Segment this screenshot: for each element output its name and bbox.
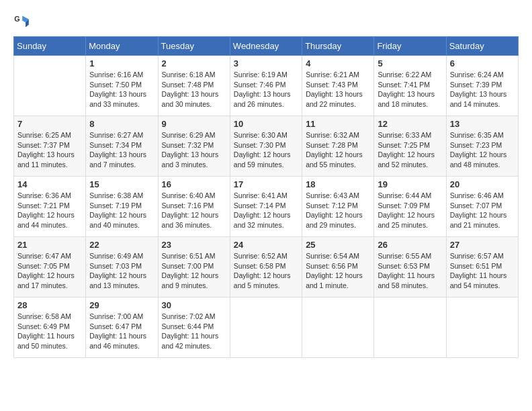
calendar-week-row: 14Sunrise: 6:36 AM Sunset: 7:21 PM Dayli… xyxy=(14,177,519,237)
calendar-week-row: 28Sunrise: 6:58 AM Sunset: 6:49 PM Dayli… xyxy=(14,298,519,358)
calendar-cell: 20Sunrise: 6:46 AM Sunset: 7:07 PM Dayli… xyxy=(446,177,518,237)
calendar-cell: 16Sunrise: 6:40 AM Sunset: 7:16 PM Dayli… xyxy=(158,177,230,237)
day-number: 6 xyxy=(450,58,515,68)
day-info: Sunrise: 6:40 AM Sunset: 7:16 PM Dayligh… xyxy=(162,191,226,230)
day-number: 3 xyxy=(234,58,298,68)
header-day: Friday xyxy=(374,37,446,56)
calendar-body: 1Sunrise: 6:16 AM Sunset: 7:50 PM Daylig… xyxy=(14,56,519,358)
day-number: 7 xyxy=(17,119,82,129)
calendar-cell: 21Sunrise: 6:47 AM Sunset: 7:05 PM Dayli… xyxy=(14,237,86,298)
day-info: Sunrise: 6:41 AM Sunset: 7:14 PM Dayligh… xyxy=(234,191,298,230)
calendar-week-row: 1Sunrise: 6:16 AM Sunset: 7:50 PM Daylig… xyxy=(14,56,519,116)
day-number: 11 xyxy=(306,119,370,129)
calendar-cell: 3Sunrise: 6:19 AM Sunset: 7:46 PM Daylig… xyxy=(230,56,302,116)
day-info: Sunrise: 6:30 AM Sunset: 7:30 PM Dayligh… xyxy=(234,130,298,170)
calendar-cell xyxy=(446,298,518,358)
logo-icon: G xyxy=(13,13,30,30)
day-info: Sunrise: 6:57 AM Sunset: 6:51 PM Dayligh… xyxy=(450,251,515,291)
day-info: Sunrise: 6:44 AM Sunset: 7:09 PM Dayligh… xyxy=(378,191,442,230)
calendar-week-row: 21Sunrise: 6:47 AM Sunset: 7:05 PM Dayli… xyxy=(14,237,519,298)
day-number: 1 xyxy=(89,58,154,68)
calendar-cell: 26Sunrise: 6:55 AM Sunset: 6:53 PM Dayli… xyxy=(374,237,446,298)
day-number: 21 xyxy=(17,240,82,250)
calendar-cell xyxy=(230,298,302,358)
day-info: Sunrise: 6:54 AM Sunset: 6:56 PM Dayligh… xyxy=(306,251,370,291)
day-number: 23 xyxy=(162,240,226,250)
calendar-cell xyxy=(374,298,446,358)
calendar-cell: 14Sunrise: 6:36 AM Sunset: 7:21 PM Dayli… xyxy=(14,177,86,237)
calendar-cell: 28Sunrise: 6:58 AM Sunset: 6:49 PM Dayli… xyxy=(14,298,86,358)
day-number: 15 xyxy=(89,179,154,189)
header-day: Thursday xyxy=(302,37,374,56)
day-info: Sunrise: 6:16 AM Sunset: 7:50 PM Dayligh… xyxy=(89,70,154,109)
day-info: Sunrise: 7:02 AM Sunset: 6:44 PM Dayligh… xyxy=(162,312,226,351)
day-number: 4 xyxy=(306,58,370,68)
calendar-cell xyxy=(302,298,374,358)
calendar-cell: 17Sunrise: 6:41 AM Sunset: 7:14 PM Dayli… xyxy=(230,177,302,237)
calendar-cell: 19Sunrise: 6:44 AM Sunset: 7:09 PM Dayli… xyxy=(374,177,446,237)
day-info: Sunrise: 6:55 AM Sunset: 6:53 PM Dayligh… xyxy=(378,251,442,291)
day-info: Sunrise: 6:35 AM Sunset: 7:23 PM Dayligh… xyxy=(450,130,515,170)
calendar-cell: 22Sunrise: 6:49 AM Sunset: 7:03 PM Dayli… xyxy=(86,237,158,298)
day-number: 18 xyxy=(306,179,370,189)
day-info: Sunrise: 6:46 AM Sunset: 7:07 PM Dayligh… xyxy=(450,191,515,230)
header-day: Monday xyxy=(86,37,158,56)
day-number: 24 xyxy=(234,240,298,250)
logo: G xyxy=(13,13,32,30)
day-number: 20 xyxy=(450,179,515,189)
day-number: 25 xyxy=(306,240,370,250)
day-number: 16 xyxy=(162,179,226,189)
day-number: 8 xyxy=(89,119,154,129)
calendar-cell: 8Sunrise: 6:27 AM Sunset: 7:34 PM Daylig… xyxy=(86,116,158,177)
calendar-cell: 25Sunrise: 6:54 AM Sunset: 6:56 PM Dayli… xyxy=(302,237,374,298)
calendar-cell: 29Sunrise: 7:00 AM Sunset: 6:47 PM Dayli… xyxy=(86,298,158,358)
header-day: Sunday xyxy=(14,37,86,56)
calendar-cell: 18Sunrise: 6:43 AM Sunset: 7:12 PM Dayli… xyxy=(302,177,374,237)
day-number: 12 xyxy=(378,119,442,129)
svg-text:G: G xyxy=(14,15,19,23)
calendar-cell xyxy=(14,56,86,116)
day-number: 22 xyxy=(89,240,154,250)
day-info: Sunrise: 6:32 AM Sunset: 7:28 PM Dayligh… xyxy=(306,130,370,170)
calendar-header: SundayMondayTuesdayWednesdayThursdayFrid… xyxy=(14,37,519,56)
day-number: 5 xyxy=(378,58,442,68)
day-number: 30 xyxy=(162,300,226,310)
day-info: Sunrise: 6:29 AM Sunset: 7:32 PM Dayligh… xyxy=(162,130,226,170)
day-info: Sunrise: 6:24 AM Sunset: 7:39 PM Dayligh… xyxy=(450,70,515,109)
header-day: Wednesday xyxy=(230,37,302,56)
day-number: 28 xyxy=(17,300,82,310)
calendar-cell: 9Sunrise: 6:29 AM Sunset: 7:32 PM Daylig… xyxy=(158,116,230,177)
calendar-cell: 30Sunrise: 7:02 AM Sunset: 6:44 PM Dayli… xyxy=(158,298,230,358)
day-number: 2 xyxy=(162,58,226,68)
day-info: Sunrise: 6:43 AM Sunset: 7:12 PM Dayligh… xyxy=(306,191,370,230)
calendar-cell: 1Sunrise: 6:16 AM Sunset: 7:50 PM Daylig… xyxy=(86,56,158,116)
day-info: Sunrise: 6:33 AM Sunset: 7:25 PM Dayligh… xyxy=(378,130,442,170)
day-number: 26 xyxy=(378,240,442,250)
day-number: 19 xyxy=(378,179,442,189)
day-info: Sunrise: 6:58 AM Sunset: 6:49 PM Dayligh… xyxy=(17,312,82,351)
calendar-cell: 12Sunrise: 6:33 AM Sunset: 7:25 PM Dayli… xyxy=(374,116,446,177)
calendar-cell: 13Sunrise: 6:35 AM Sunset: 7:23 PM Dayli… xyxy=(446,116,518,177)
day-info: Sunrise: 6:49 AM Sunset: 7:03 PM Dayligh… xyxy=(89,251,154,291)
day-info: Sunrise: 6:36 AM Sunset: 7:21 PM Dayligh… xyxy=(17,191,82,230)
day-number: 17 xyxy=(234,179,298,189)
calendar-cell: 11Sunrise: 6:32 AM Sunset: 7:28 PM Dayli… xyxy=(302,116,374,177)
calendar-cell: 7Sunrise: 6:25 AM Sunset: 7:37 PM Daylig… xyxy=(14,116,86,177)
calendar-cell: 27Sunrise: 6:57 AM Sunset: 6:51 PM Dayli… xyxy=(446,237,518,298)
calendar-cell: 15Sunrise: 6:38 AM Sunset: 7:19 PM Dayli… xyxy=(86,177,158,237)
day-info: Sunrise: 6:22 AM Sunset: 7:41 PM Dayligh… xyxy=(378,70,442,109)
day-info: Sunrise: 6:18 AM Sunset: 7:48 PM Dayligh… xyxy=(162,70,226,109)
day-info: Sunrise: 6:19 AM Sunset: 7:46 PM Dayligh… xyxy=(234,70,298,109)
header-day: Saturday xyxy=(446,37,518,56)
calendar-cell: 2Sunrise: 6:18 AM Sunset: 7:48 PM Daylig… xyxy=(158,56,230,116)
day-info: Sunrise: 6:21 AM Sunset: 7:43 PM Dayligh… xyxy=(306,70,370,109)
calendar-week-row: 7Sunrise: 6:25 AM Sunset: 7:37 PM Daylig… xyxy=(14,116,519,177)
calendar-table: SundayMondayTuesdayWednesdayThursdayFrid… xyxy=(13,36,519,358)
day-number: 10 xyxy=(234,119,298,129)
calendar-cell: 6Sunrise: 6:24 AM Sunset: 7:39 PM Daylig… xyxy=(446,56,518,116)
day-info: Sunrise: 6:27 AM Sunset: 7:34 PM Dayligh… xyxy=(89,130,154,170)
day-info: Sunrise: 7:00 AM Sunset: 6:47 PM Dayligh… xyxy=(89,312,154,351)
calendar-cell: 23Sunrise: 6:51 AM Sunset: 7:00 PM Dayli… xyxy=(158,237,230,298)
header: G xyxy=(13,13,519,30)
header-row: SundayMondayTuesdayWednesdayThursdayFrid… xyxy=(14,37,519,56)
